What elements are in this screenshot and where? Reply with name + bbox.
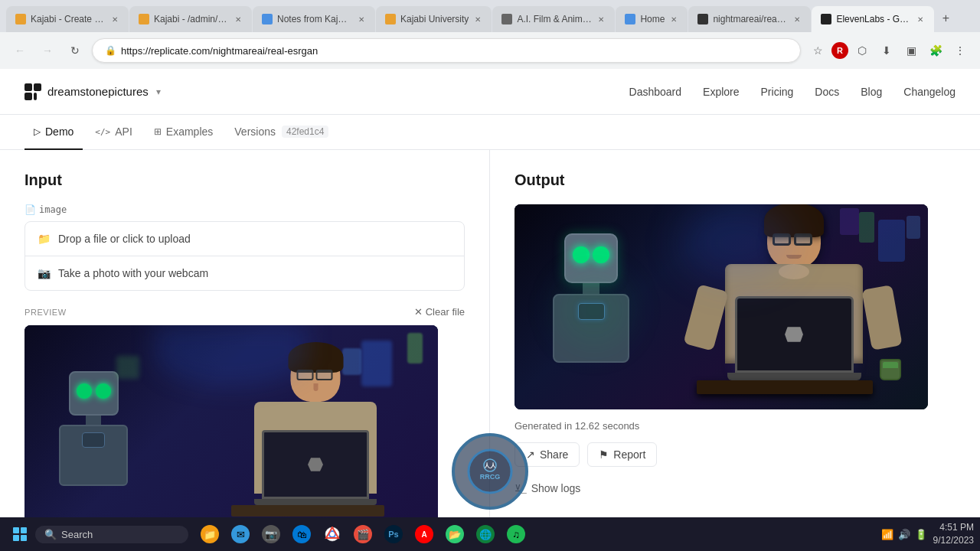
action-buttons: ↗ Share ⚑ Report <box>514 442 956 467</box>
logs-terminal-icon: ⊻_ <box>514 483 527 494</box>
network-icon[interactable]: 📶 <box>881 529 893 540</box>
tab-favicon-1 <box>15 14 26 24</box>
tab-close-7[interactable]: ✕ <box>792 14 802 25</box>
tab-label-7: nightmareai/real-esr... <box>713 14 788 24</box>
taskbar-app-browser2[interactable]: 🌐 <box>472 520 499 548</box>
tab-label-2: Kajabi - /admin/sites/... <box>154 14 229 24</box>
input-title: Input <box>24 171 465 189</box>
more-menu-button[interactable]: ⋮ <box>949 40 971 61</box>
version-badge: 42fed1c4 <box>282 126 328 138</box>
browser-tab-7[interactable]: nightmareai/real-esr... ✕ <box>688 6 811 32</box>
show-logs-button[interactable]: ⊻_ Show logs <box>514 479 956 497</box>
taskbar-app-ps[interactable]: Ps <box>380 520 407 548</box>
browser-tab-4[interactable]: Kajabi University ✕ <box>376 6 492 32</box>
generated-text: Generated in 12.62 seconds <box>514 420 956 432</box>
url-text: https://replicate.com/nightmareai/real-e… <box>121 45 318 57</box>
taskbar-app-chrome[interactable] <box>318 520 346 548</box>
browser-tab-2[interactable]: Kajabi - /admin/sites/... ✕ <box>129 6 252 32</box>
share-button[interactable]: ↗ Share <box>514 442 580 467</box>
tab-demo[interactable]: ▷ Demo <box>24 115 83 150</box>
taskbar-app-video[interactable]: 🎬 <box>349 520 377 548</box>
start-button[interactable] <box>6 520 34 548</box>
tab-close-5[interactable]: ✕ <box>596 14 606 25</box>
nav-changelog[interactable]: Changelog <box>903 86 956 98</box>
preview-section: PREVIEW ✕ Clear file <box>24 306 465 549</box>
tab-close-8[interactable]: ✕ <box>916 14 925 25</box>
browser-tab-3[interactable]: Notes from Kajabi U... ✕ <box>253 6 375 32</box>
upload-file-button[interactable]: 📁 Drop a file or click to upload <box>25 222 464 256</box>
tab-close-4[interactable]: ✕ <box>473 14 482 25</box>
new-tab-button[interactable]: + <box>935 8 956 29</box>
browser-tab-8[interactable]: ElevenLabs - Genera... ✕ <box>812 6 934 32</box>
clock-time: 4:51 PM <box>933 521 974 534</box>
svg-rect-3 <box>34 93 37 100</box>
tab-favicon-5 <box>501 14 512 24</box>
extension-icon-cast[interactable]: ⬡ <box>851 40 873 61</box>
taskbar-app-mail[interactable]: ✉ <box>227 520 254 548</box>
browser-icon: 🌐 <box>476 525 495 543</box>
tab-close-3[interactable]: ✕ <box>357 14 366 25</box>
taskbar-app-adobe[interactable]: A <box>410 520 438 548</box>
tab-versions[interactable]: Versions 42fed1c4 <box>225 115 338 150</box>
tab-demo-label: Demo <box>45 126 74 138</box>
back-button[interactable]: ← <box>9 40 31 61</box>
battery-icon[interactable]: 🔋 <box>915 529 927 540</box>
robot-figure <box>44 371 143 509</box>
lock-icon: 🔒 <box>105 45 116 56</box>
taskbar-search-box[interactable]: 🔍 Search <box>35 526 188 543</box>
tab-examples[interactable]: ⊞ Examples <box>145 115 222 150</box>
tab-label-8: ElevenLabs - Genera... <box>836 14 911 24</box>
clear-file-label: Clear file <box>426 306 465 318</box>
demo-play-icon: ▷ <box>34 126 41 137</box>
tab-close-1[interactable]: ✕ <box>110 14 119 25</box>
input-ai-scene <box>24 325 438 532</box>
share-label: Share <box>540 448 568 461</box>
bookmark-star-icon[interactable]: ☆ <box>807 40 828 61</box>
camera-icon: 📷 <box>262 525 280 543</box>
tab-api[interactable]: </> API <box>86 115 141 150</box>
webcam-button[interactable]: 📷 Take a photo with your webcam <box>25 256 464 290</box>
tab-close-2[interactable]: ✕ <box>234 14 243 25</box>
taskbar-app-files[interactable]: 📁 <box>196 520 224 548</box>
replicate-logo <box>24 83 41 100</box>
toolbar-icons: ☆ R ⬡ ⬇ ▣ 🧩 ⋮ <box>807 40 971 61</box>
chrome-icon <box>323 525 341 543</box>
nav-explore[interactable]: Explore <box>703 86 739 98</box>
clock-date: 9/12/2023 <box>933 534 974 547</box>
system-clock[interactable]: 4:51 PM 9/12/2023 <box>933 521 974 547</box>
taskbar-app-folder[interactable]: 📂 <box>441 520 469 548</box>
site-nav: Dashboard Explore Pricing Docs Blog Chan… <box>629 86 956 98</box>
files-icon: 📁 <box>201 525 219 543</box>
photoshop-icon: Ps <box>384 525 403 543</box>
tab-close-6[interactable]: ✕ <box>669 14 678 25</box>
extension-icon-down[interactable]: ⬇ <box>876 40 897 61</box>
forward-button[interactable]: → <box>37 40 58 61</box>
spotify-icon: ♫ <box>507 525 525 543</box>
extension-icon-puzzle[interactable]: 🧩 <box>925 40 946 61</box>
address-input[interactable]: 🔒 https://replicate.com/nightmareai/real… <box>92 38 801 63</box>
browser-tab-1[interactable]: Kajabi - Create and se... ✕ <box>6 6 129 32</box>
preview-header: PREVIEW ✕ Clear file <box>24 306 465 318</box>
svg-rect-0 <box>24 83 32 91</box>
nav-dashboard[interactable]: Dashboard <box>629 86 682 98</box>
clear-file-button[interactable]: ✕ Clear file <box>414 306 465 318</box>
browser-tab-5[interactable]: A.I. Film & Animation... ✕ <box>492 6 615 32</box>
browser-tab-6[interactable]: Home ✕ <box>616 6 688 32</box>
taskbar-app-spotify[interactable]: ♫ <box>502 520 530 548</box>
nav-blog[interactable]: Blog <box>861 86 882 98</box>
taskbar: 🔍 Search 📁 ✉ 📷 🛍 🎬 <box>0 517 980 551</box>
browser-window: Kajabi - Create and se... ✕ Kajabi - /ad… <box>0 0 980 69</box>
reload-button[interactable]: ↻ <box>64 40 86 61</box>
org-name[interactable]: dreamstonepictures <box>47 85 149 98</box>
report-button[interactable]: ⚑ Report <box>587 442 657 467</box>
output-laptop <box>717 296 871 394</box>
input-panel: Input 📄 image 📁 Drop a file or click to … <box>0 150 490 551</box>
taskbar-app-store[interactable]: 🛍 <box>288 520 315 548</box>
nav-docs[interactable]: Docs <box>815 86 839 98</box>
output-glow-green <box>556 272 632 348</box>
nav-pricing[interactable]: Pricing <box>761 86 794 98</box>
extension-icon-red[interactable]: R <box>831 42 848 59</box>
taskbar-app-camera[interactable]: 📷 <box>257 520 285 548</box>
volume-icon[interactable]: 🔊 <box>898 529 910 540</box>
extension-icon-screenshot[interactable]: ▣ <box>900 40 922 61</box>
